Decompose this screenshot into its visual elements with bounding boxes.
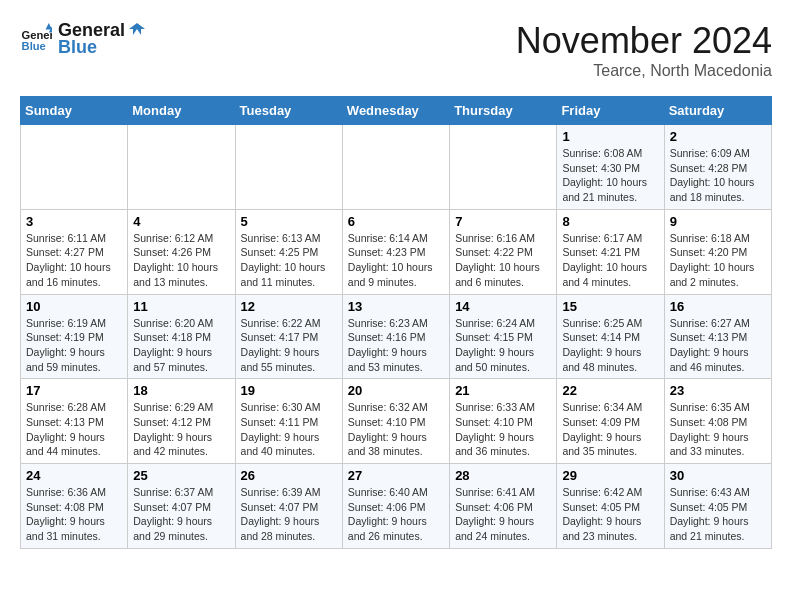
calendar-cell: 12Sunrise: 6:22 AM Sunset: 4:17 PM Dayli…	[235, 294, 342, 379]
title-section: November 2024 Tearce, North Macedonia	[516, 20, 772, 80]
day-number: 19	[241, 383, 337, 398]
page-header: General Blue General Blue November 2024 …	[20, 20, 772, 80]
day-number: 20	[348, 383, 444, 398]
weekday-header: Sunday	[21, 97, 128, 125]
day-info: Sunrise: 6:20 AM Sunset: 4:18 PM Dayligh…	[133, 316, 229, 375]
day-info: Sunrise: 6:23 AM Sunset: 4:16 PM Dayligh…	[348, 316, 444, 375]
calendar-cell	[128, 125, 235, 210]
day-number: 5	[241, 214, 337, 229]
weekday-header: Wednesday	[342, 97, 449, 125]
calendar-cell: 27Sunrise: 6:40 AM Sunset: 4:06 PM Dayli…	[342, 464, 449, 549]
logo-bird-icon	[127, 21, 147, 41]
calendar-cell: 29Sunrise: 6:42 AM Sunset: 4:05 PM Dayli…	[557, 464, 664, 549]
calendar-cell: 20Sunrise: 6:32 AM Sunset: 4:10 PM Dayli…	[342, 379, 449, 464]
day-number: 28	[455, 468, 551, 483]
day-info: Sunrise: 6:22 AM Sunset: 4:17 PM Dayligh…	[241, 316, 337, 375]
calendar-cell	[450, 125, 557, 210]
calendar-cell: 23Sunrise: 6:35 AM Sunset: 4:08 PM Dayli…	[664, 379, 771, 464]
day-info: Sunrise: 6:08 AM Sunset: 4:30 PM Dayligh…	[562, 146, 658, 205]
day-info: Sunrise: 6:30 AM Sunset: 4:11 PM Dayligh…	[241, 400, 337, 459]
calendar-week-row: 17Sunrise: 6:28 AM Sunset: 4:13 PM Dayli…	[21, 379, 772, 464]
day-info: Sunrise: 6:11 AM Sunset: 4:27 PM Dayligh…	[26, 231, 122, 290]
day-number: 30	[670, 468, 766, 483]
calendar-cell: 11Sunrise: 6:20 AM Sunset: 4:18 PM Dayli…	[128, 294, 235, 379]
day-number: 27	[348, 468, 444, 483]
calendar-cell: 10Sunrise: 6:19 AM Sunset: 4:19 PM Dayli…	[21, 294, 128, 379]
calendar-cell	[21, 125, 128, 210]
calendar-week-row: 3Sunrise: 6:11 AM Sunset: 4:27 PM Daylig…	[21, 209, 772, 294]
calendar-cell: 1Sunrise: 6:08 AM Sunset: 4:30 PM Daylig…	[557, 125, 664, 210]
day-info: Sunrise: 6:13 AM Sunset: 4:25 PM Dayligh…	[241, 231, 337, 290]
day-number: 3	[26, 214, 122, 229]
day-info: Sunrise: 6:39 AM Sunset: 4:07 PM Dayligh…	[241, 485, 337, 544]
calendar-cell: 6Sunrise: 6:14 AM Sunset: 4:23 PM Daylig…	[342, 209, 449, 294]
day-number: 17	[26, 383, 122, 398]
calendar-cell: 24Sunrise: 6:36 AM Sunset: 4:08 PM Dayli…	[21, 464, 128, 549]
weekday-header: Friday	[557, 97, 664, 125]
day-info: Sunrise: 6:35 AM Sunset: 4:08 PM Dayligh…	[670, 400, 766, 459]
day-number: 1	[562, 129, 658, 144]
logo: General Blue General Blue	[20, 20, 147, 58]
day-number: 25	[133, 468, 229, 483]
weekday-header: Tuesday	[235, 97, 342, 125]
calendar-table: SundayMondayTuesdayWednesdayThursdayFrid…	[20, 96, 772, 549]
month-title: November 2024	[516, 20, 772, 62]
calendar-cell: 4Sunrise: 6:12 AM Sunset: 4:26 PM Daylig…	[128, 209, 235, 294]
day-number: 23	[670, 383, 766, 398]
day-info: Sunrise: 6:18 AM Sunset: 4:20 PM Dayligh…	[670, 231, 766, 290]
logo-icon: General Blue	[20, 23, 52, 55]
calendar-cell: 5Sunrise: 6:13 AM Sunset: 4:25 PM Daylig…	[235, 209, 342, 294]
day-info: Sunrise: 6:27 AM Sunset: 4:13 PM Dayligh…	[670, 316, 766, 375]
calendar-cell: 3Sunrise: 6:11 AM Sunset: 4:27 PM Daylig…	[21, 209, 128, 294]
day-number: 4	[133, 214, 229, 229]
weekday-header: Saturday	[664, 97, 771, 125]
header-row: SundayMondayTuesdayWednesdayThursdayFrid…	[21, 97, 772, 125]
day-number: 26	[241, 468, 337, 483]
calendar-cell: 25Sunrise: 6:37 AM Sunset: 4:07 PM Dayli…	[128, 464, 235, 549]
calendar-cell: 17Sunrise: 6:28 AM Sunset: 4:13 PM Dayli…	[21, 379, 128, 464]
calendar-cell: 14Sunrise: 6:24 AM Sunset: 4:15 PM Dayli…	[450, 294, 557, 379]
calendar-cell: 22Sunrise: 6:34 AM Sunset: 4:09 PM Dayli…	[557, 379, 664, 464]
calendar-week-row: 10Sunrise: 6:19 AM Sunset: 4:19 PM Dayli…	[21, 294, 772, 379]
calendar-cell: 21Sunrise: 6:33 AM Sunset: 4:10 PM Dayli…	[450, 379, 557, 464]
weekday-header: Thursday	[450, 97, 557, 125]
day-number: 24	[26, 468, 122, 483]
location-title: Tearce, North Macedonia	[516, 62, 772, 80]
calendar-cell: 19Sunrise: 6:30 AM Sunset: 4:11 PM Dayli…	[235, 379, 342, 464]
calendar-cell: 2Sunrise: 6:09 AM Sunset: 4:28 PM Daylig…	[664, 125, 771, 210]
calendar-cell: 13Sunrise: 6:23 AM Sunset: 4:16 PM Dayli…	[342, 294, 449, 379]
day-number: 16	[670, 299, 766, 314]
calendar-cell: 26Sunrise: 6:39 AM Sunset: 4:07 PM Dayli…	[235, 464, 342, 549]
day-number: 13	[348, 299, 444, 314]
day-info: Sunrise: 6:34 AM Sunset: 4:09 PM Dayligh…	[562, 400, 658, 459]
day-number: 21	[455, 383, 551, 398]
calendar-cell	[342, 125, 449, 210]
day-info: Sunrise: 6:25 AM Sunset: 4:14 PM Dayligh…	[562, 316, 658, 375]
day-info: Sunrise: 6:16 AM Sunset: 4:22 PM Dayligh…	[455, 231, 551, 290]
day-info: Sunrise: 6:28 AM Sunset: 4:13 PM Dayligh…	[26, 400, 122, 459]
calendar-week-row: 24Sunrise: 6:36 AM Sunset: 4:08 PM Dayli…	[21, 464, 772, 549]
day-info: Sunrise: 6:33 AM Sunset: 4:10 PM Dayligh…	[455, 400, 551, 459]
day-number: 18	[133, 383, 229, 398]
weekday-header: Monday	[128, 97, 235, 125]
svg-text:Blue: Blue	[22, 40, 46, 52]
day-number: 12	[241, 299, 337, 314]
day-info: Sunrise: 6:24 AM Sunset: 4:15 PM Dayligh…	[455, 316, 551, 375]
day-info: Sunrise: 6:12 AM Sunset: 4:26 PM Dayligh…	[133, 231, 229, 290]
day-number: 9	[670, 214, 766, 229]
calendar-cell: 9Sunrise: 6:18 AM Sunset: 4:20 PM Daylig…	[664, 209, 771, 294]
day-info: Sunrise: 6:41 AM Sunset: 4:06 PM Dayligh…	[455, 485, 551, 544]
calendar-body: 1Sunrise: 6:08 AM Sunset: 4:30 PM Daylig…	[21, 125, 772, 549]
day-info: Sunrise: 6:19 AM Sunset: 4:19 PM Dayligh…	[26, 316, 122, 375]
day-number: 8	[562, 214, 658, 229]
day-number: 14	[455, 299, 551, 314]
day-info: Sunrise: 6:29 AM Sunset: 4:12 PM Dayligh…	[133, 400, 229, 459]
day-info: Sunrise: 6:09 AM Sunset: 4:28 PM Dayligh…	[670, 146, 766, 205]
day-info: Sunrise: 6:17 AM Sunset: 4:21 PM Dayligh…	[562, 231, 658, 290]
calendar-cell: 16Sunrise: 6:27 AM Sunset: 4:13 PM Dayli…	[664, 294, 771, 379]
day-number: 6	[348, 214, 444, 229]
day-number: 22	[562, 383, 658, 398]
day-info: Sunrise: 6:14 AM Sunset: 4:23 PM Dayligh…	[348, 231, 444, 290]
svg-marker-4	[129, 23, 145, 35]
calendar-cell: 15Sunrise: 6:25 AM Sunset: 4:14 PM Dayli…	[557, 294, 664, 379]
